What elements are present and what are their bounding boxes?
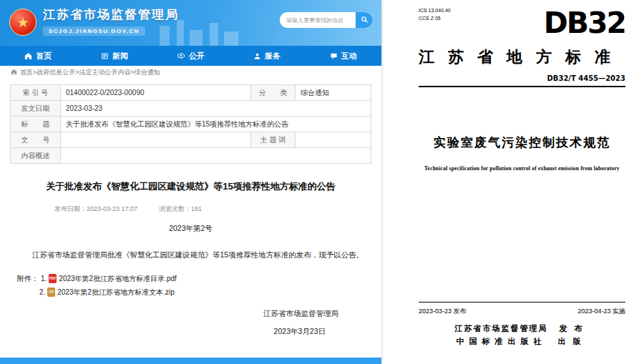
publish-date: 发布日期：2023-03-23 17:07 <box>54 205 137 214</box>
site-title-block: 江苏省市场监督管理局 SCJGJ.JIANGSU.GOV.CN <box>43 6 179 36</box>
site-name: 江苏省市场监督管理局 <box>43 6 179 23</box>
table-row: 索 引 号 01400022-0/2023-00090 分 类 综合通知 <box>11 85 371 101</box>
article-title: 关于批准发布《智慧化工园区建设规范》等15项推荐性地方标准的公告 <box>17 179 364 194</box>
article-body: 江苏省市场监督管理局批准《智慧化工园区建设规范》等15项推荐性地方标准的发布，现… <box>17 248 364 261</box>
nav-label: 公开 <box>189 51 205 62</box>
search-icon <box>361 15 369 26</box>
zip-icon: ZIP <box>47 287 55 297</box>
publisher-row: 江苏省市场监督管理局 发布 <box>419 323 625 334</box>
attachments-block: 附件： 1. PDF 2023年第2批江苏省地方标准目录.pdf 2. ZIP … <box>17 274 364 297</box>
attachment-link[interactable]: 2023年第2批江苏省地方标准文本.zip <box>57 287 174 297</box>
nav-item-interaction[interactable]: 互动 <box>305 46 381 66</box>
issue-date: 2023-03-23 发布 <box>419 307 467 316</box>
index-number-label: 索 引 号 <box>11 85 61 101</box>
header-rule <box>419 86 625 87</box>
attachment-index: 1. <box>41 275 47 282</box>
nav-label: 首页 <box>36 51 52 62</box>
main-nav: 首页 新闻 公开 服务 互动 <box>0 46 381 66</box>
breadcrumb-home-icon <box>11 69 17 77</box>
category-label: 分 类 <box>251 85 296 101</box>
search-input[interactable] <box>286 17 356 24</box>
breadcrumb[interactable]: 首页>政府信息公开>法定主动公开内容>综合通知 <box>0 66 381 79</box>
national-emblem-logo: ★ <box>9 9 36 36</box>
standard-title: 实验室废气污染控制技术规范 <box>419 134 625 151</box>
index-number-value: 01400022-0/2023-00090 <box>61 85 251 101</box>
table-row: 标 题 关于批准发布《智慧化工园区建设规范》等15项推荐性地方标准的公告 <box>11 117 371 132</box>
attachment-row[interactable]: 附件： 1. PDF 2023年第2批江苏省地方标准目录.pdf <box>17 274 364 284</box>
home-icon <box>24 52 32 60</box>
nav-label: 互动 <box>341 51 357 62</box>
breadcrumb-text: 首页>政府信息公开>法定主动公开内容>综合通知 <box>20 68 160 77</box>
document-meta-table: 索 引 号 01400022-0/2023-00090 分 类 综合通知 发文日… <box>10 84 371 164</box>
attachment-label: 附件： <box>17 274 39 284</box>
article: 关于批准发布《智慧化工园区建设规范》等15项推荐性地方标准的公告 发布日期：20… <box>0 179 381 337</box>
doc-number-label: 文 号 <box>11 132 61 148</box>
date-row: 2023-03-23 发布 2023-04-23 实施 <box>419 307 625 316</box>
news-icon <box>101 52 109 60</box>
publisher-action: 发布 <box>560 323 590 334</box>
doc-number-value <box>61 132 251 148</box>
summary-label: 内容概述 <box>11 148 61 164</box>
nav-item-disclosure[interactable]: 公开 <box>152 46 229 66</box>
eye-icon <box>177 51 185 60</box>
chat-bubble-icon <box>330 52 338 60</box>
pdf-icon: PDF <box>49 274 57 283</box>
view-count: 浏览次数：191 <box>159 205 202 214</box>
site-url: SCJGJ.JIANGSU.GOV.CN <box>43 26 145 36</box>
standard-cover: ICS 13.040.40 CCS Z 05 DB32 江苏省地方标准 DB32… <box>390 0 644 364</box>
date-rule <box>419 302 625 302</box>
footer-bar <box>0 358 381 364</box>
signer-name: 江苏省市场监督管理局 <box>17 309 364 319</box>
keywords-value <box>296 132 371 148</box>
db32-logo: DB32 <box>544 9 625 38</box>
title-label: 标 题 <box>11 117 61 132</box>
search-box[interactable] <box>280 12 373 28</box>
site-header: ★ 江苏省市场监督管理局 SCJGJ.JIANGSU.GOV.CN <box>0 0 381 46</box>
press-name: 中国标准出版社 <box>457 336 547 347</box>
category-value: 综合通知 <box>296 85 371 101</box>
table-row: 文 号 主 题 词 <box>11 132 371 148</box>
issue-date-label: 发文日期 <box>11 101 61 117</box>
nav-item-services[interactable]: 服务 <box>229 46 306 66</box>
nav-item-news[interactable]: 新闻 <box>77 46 153 66</box>
nav-item-home[interactable]: 首页 <box>0 46 77 66</box>
press-action: 出版 <box>558 336 588 347</box>
standard-title-english: Technical specification for pollution co… <box>419 165 625 172</box>
publisher-name: 江苏省市场监督管理局 <box>455 323 548 334</box>
issue-date-value: 2023-03-23 <box>61 101 371 117</box>
gov-website-panel: ★ 江苏省市场监督管理局 SCJGJ.JIANGSU.GOV.CN 首页 <box>0 0 381 364</box>
publisher-row: 中国标准出版社 出版 <box>419 336 625 347</box>
attachment-row[interactable]: 2. ZIP 2023年第2批江苏省地方标准文本.zip <box>17 287 364 297</box>
attachment-link[interactable]: 2023年第2批江苏省地方标准目录.pdf <box>59 274 177 284</box>
keywords-label: 主 题 词 <box>251 132 296 148</box>
table-row: 内容概述 <box>11 148 371 164</box>
person-icon <box>253 52 261 60</box>
article-meta: 发布日期：2023-03-23 17:07 浏览次数：191 <box>17 205 364 214</box>
summary-value <box>61 148 371 164</box>
signature-date: 2023年3月23日 <box>17 327 364 337</box>
standard-cover-panel: ICS 13.040.40 CCS Z 05 DB32 江苏省地方标准 DB32… <box>390 0 644 364</box>
title-value: 关于批准发布《智慧化工园区建设规范》等15项推荐性地方标准的公告 <box>61 117 371 132</box>
search-button[interactable] <box>356 12 373 28</box>
announcement-number: 2023年第2号 <box>17 224 364 234</box>
implementation-date: 2023-04-23 实施 <box>577 307 625 316</box>
attachment-index: 2. <box>39 288 45 296</box>
nav-label: 新闻 <box>112 51 128 62</box>
standard-number: DB32/T 4455—2023 <box>419 74 625 82</box>
nav-label: 服务 <box>265 51 280 62</box>
standard-type-name: 江苏省地方标准 <box>419 46 625 68</box>
screen: ★ 江苏省市场监督管理局 SCJGJ.JIANGSU.GOV.CN 首页 <box>0 0 644 364</box>
table-row: 发文日期 2023-03-23 <box>11 101 371 117</box>
